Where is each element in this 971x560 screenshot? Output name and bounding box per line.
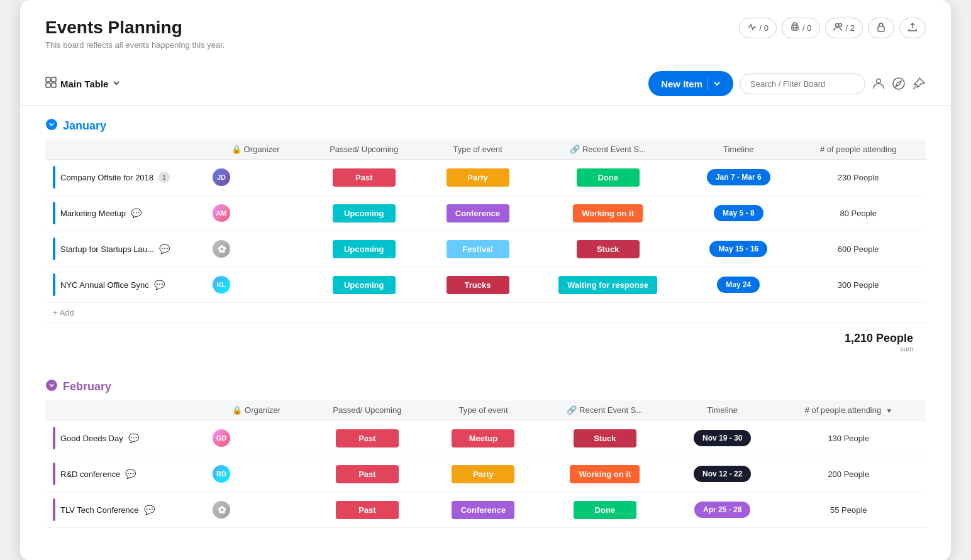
type-cell[interactable]: Party	[426, 160, 530, 195]
january-table: 🔒 Organizer Passed/ Upcoming Type of eve…	[45, 140, 926, 323]
group-bar	[53, 498, 55, 521]
timeline-badge: Jan 7 - Mar 6	[707, 169, 770, 185]
item-name: Startup for Startups Lau...	[60, 244, 154, 254]
robot-count: / 0	[802, 23, 811, 33]
activity-btn[interactable]: / 0	[739, 18, 777, 38]
comment-icon[interactable]: 💬	[125, 469, 136, 479]
group-january: January 🔒 Organizer Passed/ Upcoming Typ…	[45, 118, 926, 359]
type-badge: Trucks	[447, 276, 509, 294]
new-item-button[interactable]: New Item	[648, 71, 733, 96]
type-cell[interactable]: Meetup	[430, 420, 536, 456]
passed-cell[interactable]: Past	[304, 456, 430, 492]
comment-icon[interactable]: 💬	[131, 208, 141, 218]
main-table-button[interactable]: Main Table	[60, 79, 121, 89]
table-row: R&D conference 💬 RD Past P	[45, 456, 926, 492]
type-cell[interactable]: Trucks	[426, 267, 530, 303]
recent-cell[interactable]: Done	[530, 160, 686, 195]
timeline-cell: May 5 - 8	[686, 195, 791, 231]
organizer-cell: ✿	[209, 492, 304, 528]
toolbar: Main Table New Item	[45, 62, 926, 105]
recent-badge: Stuck	[574, 429, 636, 447]
sum-value: 1,210 People	[845, 332, 913, 345]
people-cell: 600 People	[791, 231, 926, 267]
group-january-header: January	[45, 118, 926, 133]
comment-icon[interactable]: 💬	[144, 505, 155, 515]
svg-rect-9	[52, 83, 56, 87]
group-february-header: February	[45, 379, 926, 394]
recent-badge: Stuck	[577, 240, 640, 258]
col-timeline: Timeline	[686, 140, 791, 160]
header-top: Events Planning This board reflects all …	[45, 18, 926, 50]
comment-icon[interactable]: 💬	[159, 244, 170, 254]
svg-point-4	[838, 24, 841, 27]
passed-cell[interactable]: Upcoming	[302, 231, 426, 267]
passed-cell[interactable]: Past	[304, 492, 430, 528]
type-cell[interactable]: Conference	[426, 195, 530, 231]
people-cell: 80 People	[791, 195, 926, 231]
robot-icon	[790, 22, 800, 34]
group-bar	[53, 427, 55, 449]
type-cell[interactable]: Party	[430, 456, 536, 492]
organizer-lock-icon-feb: 🔒	[232, 405, 242, 415]
dropdown-icon	[112, 79, 121, 89]
svg-point-12	[46, 119, 57, 130]
col-organizer: 🔒 Organizer	[209, 140, 302, 160]
avatar: KL	[213, 276, 230, 294]
passed-cell[interactable]: Upcoming	[302, 195, 426, 231]
recent-cell[interactable]: Done	[536, 492, 674, 528]
timeline-cell: Jan 7 - Mar 6	[686, 160, 791, 195]
add-row-label[interactable]: + Add	[45, 303, 926, 322]
recent-cell[interactable]: Working on it	[530, 195, 686, 231]
col-item-name	[45, 140, 209, 160]
table-row: NYC Annual Office Sync 💬 KL Upcoming	[45, 267, 926, 303]
col-passed-feb: Passed/ Upcoming	[304, 400, 430, 420]
person-icon[interactable]	[872, 77, 885, 91]
export-btn[interactable]	[899, 18, 926, 38]
recent-badge: Done	[577, 168, 640, 187]
sum-box: 1,210 People sum	[845, 332, 913, 353]
col-recent-feb: 🔗 Recent Event S...	[536, 400, 674, 420]
col-recent: 🔗 Recent Event S...	[530, 140, 686, 160]
col-item-name-feb	[45, 400, 209, 420]
recent-cell[interactable]: Waiting for response	[530, 267, 686, 303]
people-btn[interactable]: / 2	[825, 18, 863, 38]
recent-badge: Working on it	[570, 465, 640, 483]
timeline-cell: Apr 25 - 28	[674, 492, 772, 528]
recent-cell[interactable]: Stuck	[530, 231, 686, 267]
people-count: / 2	[846, 23, 855, 33]
organizer-cell: JD	[209, 160, 302, 195]
people-cell: 300 People	[791, 267, 926, 303]
status-badge: Upcoming	[333, 204, 396, 222]
compass-icon[interactable]	[892, 77, 906, 91]
status-badge: Past	[336, 429, 399, 447]
recent-cell[interactable]: Stuck	[536, 420, 674, 456]
comment-icon[interactable]: 💬	[128, 433, 139, 443]
item-name: Company Offsite for 2018	[60, 173, 153, 182]
item-name: Marketing Meetup	[60, 209, 126, 218]
passed-cell[interactable]: Past	[302, 160, 426, 195]
lock-btn[interactable]	[868, 18, 894, 38]
group-january-arrow[interactable]	[45, 118, 58, 133]
timeline-badge: Nov 12 - 22	[694, 466, 751, 482]
item-name: Good Deeds Day	[60, 434, 123, 443]
btn-divider	[707, 77, 708, 90]
recent-badge: Done	[574, 501, 636, 519]
type-cell[interactable]: Festival	[426, 231, 530, 267]
type-badge: Conference	[452, 501, 514, 519]
timeline-badge: May 15 - 16	[709, 241, 767, 257]
pin-icon[interactable]	[912, 77, 926, 91]
type-badge: Party	[447, 168, 509, 187]
passed-cell[interactable]: Upcoming	[302, 267, 426, 303]
search-input[interactable]	[740, 74, 865, 94]
people-cell: 55 People	[772, 492, 926, 528]
item-name: TLV Tech Conference	[60, 505, 139, 515]
passed-cell[interactable]: Past	[304, 420, 430, 456]
robot-btn[interactable]: / 0	[782, 18, 819, 38]
toolbar-right: New Item	[648, 71, 926, 96]
february-table: 🔒 Organizer Passed/ Upcoming Type of eve…	[45, 400, 926, 528]
add-row[interactable]: + Add	[45, 303, 926, 323]
comment-icon[interactable]: 💬	[154, 280, 165, 290]
recent-cell[interactable]: Working on it	[536, 456, 674, 492]
type-cell[interactable]: Conference	[430, 492, 536, 528]
group-february-arrow[interactable]	[45, 379, 58, 394]
